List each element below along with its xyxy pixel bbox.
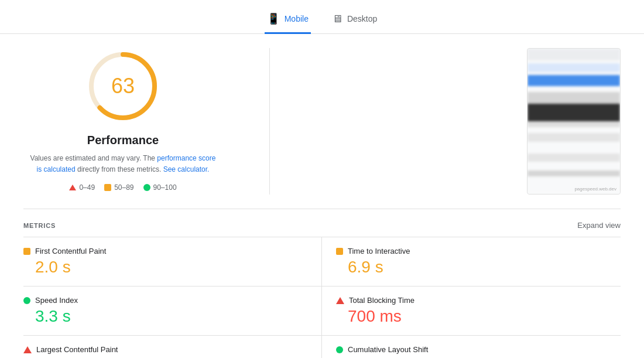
metric-tbt-header: Total Blocking Time — [336, 296, 611, 305]
description-text-mid: directly from these metrics. — [76, 165, 163, 173]
score-left: 63 Performance Values are estimated and … — [23, 48, 222, 192]
score-value: 63 — [111, 74, 135, 98]
tti-label: Time to Interactive — [348, 247, 410, 255]
lcp-label: Largest Contentful Paint — [36, 345, 118, 354]
legend-pass: 90–100 — [143, 183, 177, 192]
metrics-header: METRICS Expand view — [23, 209, 621, 237]
calculator-link[interactable]: See calculator. — [163, 165, 210, 173]
fcp-icon — [23, 248, 30, 255]
metrics-grid: First Contentful Paint 2.0 s Time to Int… — [23, 237, 621, 358]
tab-desktop-label: Desktop — [347, 14, 377, 23]
metric-cls: Cumulative Layout Shift 0 — [322, 336, 621, 358]
tabs-bar: 📱 Mobile 🖥 Desktop — [0, 0, 644, 34]
square-icon — [104, 184, 111, 191]
legend-average: 50–89 — [104, 183, 133, 192]
score-section: 63 Performance Values are estimated and … — [23, 48, 621, 209]
metric-lcp-header: Largest Contentful Paint — [23, 345, 298, 354]
si-icon — [23, 297, 30, 304]
legend-pass-range: 90–100 — [153, 183, 177, 192]
description-text-before: Values are estimated and may vary. The — [30, 154, 157, 162]
metric-tbt: Total Blocking Time 700 ms — [322, 287, 621, 336]
tab-desktop[interactable]: 🖥 Desktop — [330, 8, 379, 34]
metrics-section-title: METRICS — [23, 222, 56, 229]
metric-fcp: First Contentful Paint 2.0 s — [23, 237, 322, 287]
score-description: Values are estimated and may vary. The p… — [29, 153, 217, 175]
legend-fail-range: 0–49 — [79, 183, 95, 192]
tti-value: 6.9 s — [336, 258, 611, 277]
score-right: pagespeed.web.dev — [317, 48, 621, 195]
main-content: 63 Performance Values are estimated and … — [0, 34, 644, 358]
lcp-icon — [23, 346, 32, 353]
tab-mobile[interactable]: 📱 Mobile — [265, 8, 311, 34]
si-label: Speed Index — [35, 296, 78, 305]
metric-si-header: Speed Index — [23, 296, 298, 305]
dot-icon — [143, 184, 150, 191]
metric-si: Speed Index 3.3 s — [23, 287, 322, 336]
cls-icon — [336, 346, 343, 353]
cls-label: Cumulative Layout Shift — [348, 345, 428, 354]
metric-tti: Time to Interactive 6.9 s — [322, 237, 621, 287]
metric-tti-header: Time to Interactive — [336, 247, 611, 255]
mobile-icon: 📱 — [267, 12, 280, 25]
expand-view-button[interactable]: Expand view — [577, 221, 621, 230]
page-preview: pagespeed.web.dev — [527, 48, 621, 195]
fcp-value: 2.0 s — [23, 258, 298, 277]
metric-fcp-header: First Contentful Paint — [23, 247, 298, 255]
preview-blur — [527, 49, 620, 194]
tbt-icon — [336, 297, 344, 304]
legend-average-range: 50–89 — [114, 183, 133, 192]
preview-watermark: pagespeed.web.dev — [574, 186, 616, 192]
legend: 0–49 50–89 90–100 — [69, 183, 176, 192]
metric-cls-header: Cumulative Layout Shift — [336, 345, 611, 354]
si-value: 3.3 s — [23, 307, 298, 326]
vertical-divider — [269, 48, 270, 195]
fcp-label: First Contentful Paint — [35, 247, 106, 255]
tbt-label: Total Blocking Time — [349, 296, 415, 305]
triangle-icon — [69, 185, 76, 190]
tti-icon — [336, 248, 343, 255]
performance-gauge: 63 — [85, 48, 161, 124]
tbt-value: 700 ms — [336, 307, 611, 326]
desktop-icon: 🖥 — [332, 13, 342, 25]
tab-mobile-label: Mobile — [285, 14, 309, 23]
legend-fail: 0–49 — [69, 183, 95, 192]
metric-lcp: Largest Contentful Paint 4.0 s — [23, 336, 322, 358]
performance-title: Performance — [87, 134, 159, 147]
